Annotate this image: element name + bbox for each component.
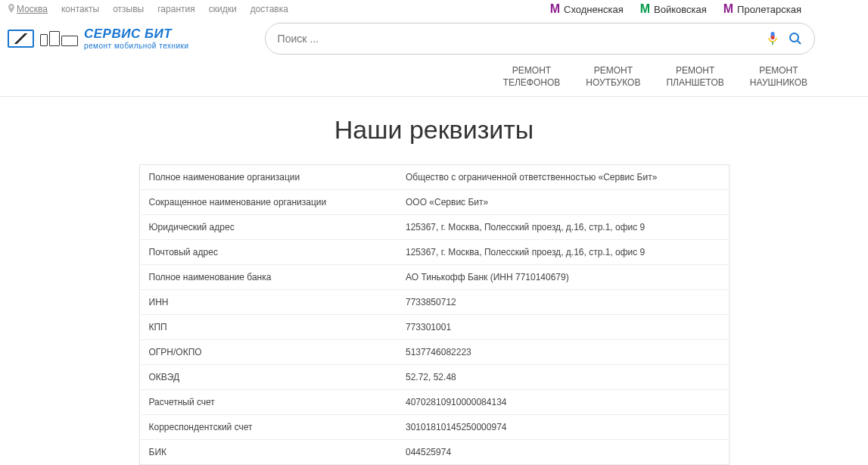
page-title: Наши реквизиты	[0, 115, 868, 145]
req-label: Расчетный счет	[139, 390, 397, 415]
req-value: 044525974	[397, 440, 729, 465]
req-value: 30101810145250000974	[397, 415, 729, 440]
req-label: ИНН	[139, 290, 397, 315]
req-value: 5137746082223	[397, 340, 729, 365]
req-label: Корреспондентский счет	[139, 415, 397, 440]
req-value: 773301001	[397, 315, 729, 340]
location-link[interactable]: Москва	[8, 4, 48, 15]
search-box[interactable]	[265, 23, 815, 55]
nav-tablets[interactable]: РЕМОНТ ПЛАНШЕТОВ	[666, 65, 723, 89]
metro-name: Сходненская	[564, 4, 624, 15]
req-label: Полное наименование организации	[139, 165, 397, 190]
devices-icon	[40, 31, 78, 46]
req-label: ОГРН/ОКПО	[139, 340, 397, 365]
table-row: БИК044525974	[139, 440, 729, 465]
top-link-warranty[interactable]: гарантия	[157, 4, 194, 14]
top-link-reviews[interactable]: отзывы	[113, 4, 144, 14]
top-link-discounts[interactable]: скидки	[209, 4, 237, 14]
table-row: ОГРН/ОКПО5137746082223	[139, 340, 729, 365]
svg-rect-1	[771, 36, 775, 39]
metro-name: Пролетарская	[737, 4, 801, 15]
metro-item[interactable]: М Пролетарская	[723, 3, 801, 15]
metro-item[interactable]: М Сходненская	[550, 3, 624, 15]
mic-icon[interactable]	[767, 31, 778, 46]
req-value: 125367, г. Москва, Полесский проезд, д.1…	[397, 240, 729, 265]
requisites-table: Полное наименование организацииОбщество …	[139, 164, 730, 465]
req-label: Юридический адрес	[139, 215, 397, 240]
req-label: Почтовый адрес	[139, 240, 397, 265]
table-row: Почтовый адрес125367, г. Москва, Полесск…	[139, 240, 729, 265]
metro-icon: М	[723, 3, 733, 15]
svg-line-4	[798, 41, 801, 44]
metro-icon: М	[550, 3, 560, 15]
table-row: Сокращенное наименование организацииООО …	[139, 190, 729, 215]
req-value: ООО «Сервис Бит»	[397, 190, 729, 215]
req-label: БИК	[139, 440, 397, 465]
table-row: Полное наименование организацииОбщество …	[139, 165, 729, 190]
brand-line2: ремонт мобильной техники	[84, 42, 189, 50]
req-label: Полное наименование банка	[139, 265, 397, 290]
metro-name: Войковская	[654, 4, 707, 15]
table-row: Корреспондентский счет301018101452500009…	[139, 415, 729, 440]
req-label: Сокращенное наименование организации	[139, 190, 397, 215]
req-value: 125367, г. Москва, Полесский проезд, д.1…	[397, 215, 729, 240]
metro-list: М Сходненская М Войковская М Пролетарска…	[550, 3, 801, 15]
pin-icon	[8, 4, 15, 15]
table-row: Полное наименование банкаАО Тинькофф Бан…	[139, 265, 729, 290]
top-bar: Москва контакты отзывы гарантия скидки д…	[0, 0, 868, 20]
table-row: ОКВЭД52.72, 52.48	[139, 365, 729, 390]
nav-phones[interactable]: РЕМОНТ ТЕЛЕФОНОВ	[503, 65, 561, 89]
req-value: 7733850712	[397, 290, 729, 315]
nav-headphones[interactable]: РЕМОНТ НАУШНИКОВ	[750, 65, 807, 89]
brand-line1: СЕРВИС БИТ	[84, 27, 189, 42]
brand-text: СЕРВИС БИТ ремонт мобильной техники	[84, 27, 189, 50]
logo-icon	[8, 30, 34, 48]
table-row: ИНН7733850712	[139, 290, 729, 315]
req-value: 40702810910000084134	[397, 390, 729, 415]
svg-point-3	[790, 33, 798, 42]
table-row: Юридический адрес125367, г. Москва, Поле…	[139, 215, 729, 240]
main-nav: РЕМОНТ ТЕЛЕФОНОВ РЕМОНТ НОУТБУКОВ РЕМОНТ…	[0, 58, 868, 97]
location-text: Москва	[17, 4, 48, 14]
nav-laptops[interactable]: РЕМОНТ НОУТБУКОВ	[586, 65, 640, 89]
req-value: 52.72, 52.48	[397, 365, 729, 390]
header: СЕРВИС БИТ ремонт мобильной техники	[0, 20, 868, 58]
search-input[interactable]	[278, 33, 767, 45]
metro-item[interactable]: М Войковская	[640, 3, 707, 15]
req-label: КПП	[139, 315, 397, 340]
req-value: Общество с ограниченной ответственностью…	[397, 165, 729, 190]
search-icon[interactable]	[789, 32, 802, 45]
logo[interactable]: СЕРВИС БИТ ремонт мобильной техники	[8, 27, 189, 50]
table-row: КПП773301001	[139, 315, 729, 340]
req-label: ОКВЭД	[139, 365, 397, 390]
top-link-delivery[interactable]: доставка	[250, 4, 288, 14]
table-row: Расчетный счет40702810910000084134	[139, 390, 729, 415]
top-link-contacts[interactable]: контакты	[61, 4, 99, 14]
req-value: АО Тинькофф Банк (ИНН 7710140679)	[397, 265, 729, 290]
metro-icon: М	[640, 3, 650, 15]
